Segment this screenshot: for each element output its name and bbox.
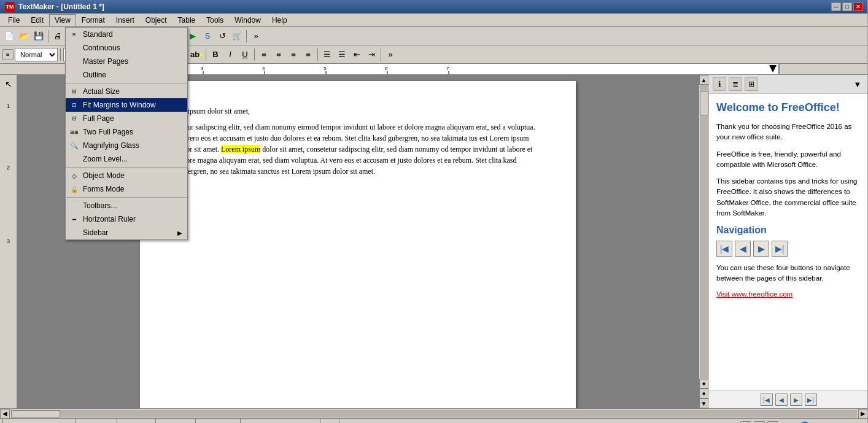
open-button[interactable]: 📂 <box>17 29 31 43</box>
view-normal-button[interactable]: □ <box>740 421 751 424</box>
margin-3: 3 <box>0 238 17 244</box>
cursor-tool[interactable]: ↖ <box>2 77 15 91</box>
menu-object[interactable]: Object <box>140 14 172 26</box>
view-cols-button[interactable]: ☰ <box>754 421 765 424</box>
actual-size-icon: ⊞ <box>69 87 79 96</box>
full-page-icon: ⊟ <box>69 114 79 123</box>
indent-in-button[interactable]: ⇥ <box>365 48 378 61</box>
vertical-scrollbar[interactable]: ▲ ◆ ◆ ▼ <box>699 75 708 408</box>
nav-first-button[interactable]: |◀ <box>716 241 732 257</box>
menu-tools[interactable]: Tools <box>201 14 229 26</box>
menu-help[interactable]: Help <box>266 14 293 26</box>
menu-master-pages[interactable]: Master Pages <box>66 55 187 68</box>
svg-text:3: 3 <box>201 66 204 71</box>
menu-divider2 <box>66 167 187 168</box>
print-button[interactable]: 🖨 <box>51 29 64 43</box>
nav-last-button[interactable]: ▶| <box>772 241 788 257</box>
new-button[interactable]: 📄 <box>2 29 16 43</box>
refresh-button[interactable]: ↺ <box>215 29 229 43</box>
close-button[interactable]: ✕ <box>853 2 863 11</box>
menu-view[interactable]: View <box>49 14 76 26</box>
align-center-button[interactable]: ≡ <box>272 48 285 61</box>
menu-edit[interactable]: Edit <box>25 14 49 26</box>
menu-file[interactable]: File <box>2 14 25 26</box>
menu-forms-mode[interactable]: 🔒 Forms Mode <box>66 182 187 196</box>
horizontal-scrollbar[interactable]: ◀ ▶ <box>0 408 868 418</box>
align-left-button[interactable]: ≡ <box>257 48 271 61</box>
save-button[interactable]: 💾 <box>32 29 45 43</box>
menu-toolbars[interactable]: Toolbars... <box>66 199 187 212</box>
menu-format[interactable]: Format <box>76 14 110 26</box>
scroll-up-button[interactable]: ▲ <box>699 75 709 85</box>
maximize-button[interactable]: □ <box>842 2 852 11</box>
align-justify-button[interactable]: ≡ <box>301 48 315 61</box>
text-para1: etetur sadipscing elitr, sed diam nonumy… <box>177 122 539 177</box>
sidebar-table-button[interactable]: ⊞ <box>745 77 758 91</box>
fit-margins-icon: ⊡ <box>69 100 79 110</box>
scroll-down-button[interactable]: ▼ <box>699 398 709 408</box>
status-chapter: Chapter 1 <box>156 419 196 423</box>
sidebar-info-button[interactable]: ℹ <box>713 77 726 91</box>
menu-outline[interactable]: Outline <box>66 68 187 82</box>
cart-button[interactable]: 🛒 <box>230 29 244 43</box>
sidebar-nav-next-b[interactable]: ▶ <box>790 394 802 406</box>
app-icon: TM <box>5 2 15 12</box>
minimize-button[interactable]: — <box>831 2 841 11</box>
object-mode-icon: ◇ <box>69 171 79 180</box>
list-button[interactable]: ☰ <box>320 48 334 61</box>
h-scroll-right[interactable]: ▶ <box>858 409 868 419</box>
status-mode: Ins <box>320 419 340 423</box>
underline-button[interactable]: U <box>238 48 252 61</box>
menu-insert[interactable]: Insert <box>110 14 140 26</box>
sidebar-dropdown-button[interactable]: ▼ <box>851 77 864 91</box>
view-outline-button[interactable]: ≡ <box>767 421 778 424</box>
two-pages-icon: ⊞⊞ <box>69 127 79 137</box>
nav-prev-button[interactable]: ◀ <box>735 241 751 257</box>
s-button[interactable]: S <box>201 29 214 43</box>
view-dropdown-menu: ≡ Standard Continuous Master Pages Outli… <box>65 27 188 240</box>
menu-sidebar[interactable]: Sidebar ▶ <box>66 226 187 239</box>
menu-object-mode[interactable]: ◇ Object Mode <box>66 169 187 182</box>
italic-button[interactable]: I <box>223 48 237 61</box>
sidebar-nav-last-b[interactable]: ▶| <box>805 394 817 406</box>
menu-fit-margins[interactable]: ⊡ Fit Margins to Window <box>66 98 187 112</box>
svg-text:6: 6 <box>385 66 388 71</box>
scroll-next-button[interactable]: ◆ <box>699 389 709 398</box>
page[interactable]: em ipsum dolor sit amet, etetur sadipsci… <box>140 81 576 408</box>
indent-out-button[interactable]: ⇤ <box>350 48 363 61</box>
ordered-list-button[interactable]: ☰ <box>335 48 349 61</box>
menu-full-page[interactable]: ⊟ Full Page <box>66 112 187 125</box>
more-fmt-button[interactable]: » <box>384 48 397 61</box>
scroll-track[interactable] <box>700 85 708 379</box>
sidebar-para1: Thank you for choosing FreeOffice 2016 a… <box>716 122 861 143</box>
menu-actual-size[interactable]: ⊞ Actual Size <box>66 85 187 98</box>
sidebar-para2: FreeOffice is free, friendly, powerful a… <box>716 149 861 171</box>
align-right-button[interactable]: ≡ <box>287 48 300 61</box>
magnifier-icon: 🔍 <box>69 141 79 150</box>
zoom-slider[interactable] <box>787 421 836 424</box>
sidebar-format-button[interactable]: ≣ <box>729 77 742 91</box>
menu-two-full-pages[interactable]: ⊞⊞ Two Full Pages <box>66 125 187 139</box>
scroll-middle-button[interactable]: ◆ <box>699 379 709 389</box>
sidebar-link[interactable]: Visit www.freeoffice.com <box>716 290 861 298</box>
menu-window[interactable]: Window <box>229 14 266 26</box>
more-button[interactable]: » <box>249 29 263 43</box>
sidebar-nav-prev[interactable]: ◀ <box>775 394 788 406</box>
highlight-button[interactable]: ab <box>190 48 203 61</box>
menu-continuous[interactable]: Continuous <box>66 41 187 55</box>
bold-button[interactable]: B <box>209 48 222 61</box>
menu-horizontal-ruler[interactable]: ━ Horizontal Ruler <box>66 212 187 226</box>
sidebar-welcome-title: Welcome to FreeOffice! <box>716 101 861 114</box>
sidebar-nav-title: Navigation <box>716 225 861 236</box>
menu-table[interactable]: Table <box>172 14 201 26</box>
sidebar-nav-first[interactable]: |◀ <box>761 394 773 406</box>
menu-standard[interactable]: ≡ Standard <box>66 28 187 41</box>
menu-magnifying-glass[interactable]: 🔍 Magnifying Glass <box>66 139 187 152</box>
style-selector[interactable]: Normal <box>15 48 58 61</box>
menu-zoom-level[interactable]: Zoom Level... <box>66 152 187 166</box>
h-scroll-left[interactable]: ◀ <box>0 409 10 419</box>
scroll-thumb[interactable] <box>700 91 708 115</box>
play-button[interactable]: ▶ <box>186 29 200 43</box>
menu-bar: File Edit View Format Insert Object Tabl… <box>0 14 868 27</box>
nav-next-button[interactable]: ▶ <box>753 241 769 257</box>
